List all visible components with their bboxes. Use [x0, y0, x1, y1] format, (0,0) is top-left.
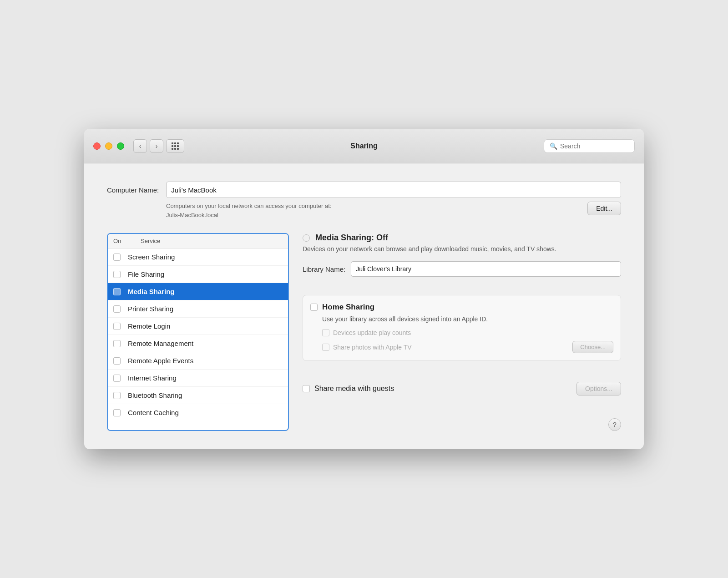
service-list-header: On Service — [108, 234, 288, 248]
list-item[interactable]: Internet Sharing — [108, 370, 288, 387]
share-guests-label: Share media with guests — [314, 385, 394, 393]
options-button[interactable]: Options... — [576, 382, 621, 395]
main-split: On Service Screen Sharing File Sharing M… — [107, 233, 621, 431]
window-title: Sharing — [350, 142, 378, 150]
share-guests-section: Share media with guests Options... — [303, 377, 621, 400]
right-panel: Media Sharing: Off Devices on your netwo… — [303, 233, 621, 431]
media-sharing-section: Media Sharing: Off Devices on your netwo… — [303, 233, 621, 286]
list-item[interactable]: Remote Management — [108, 335, 288, 352]
option-row-playcounts: Devices update play counts — [322, 329, 613, 336]
list-item[interactable]: Screen Sharing — [108, 248, 288, 266]
library-name-row: Library Name: — [303, 261, 621, 277]
media-sharing-header: Media Sharing: Off — [303, 233, 621, 243]
option-left: Share photos with Apple TV — [322, 344, 412, 351]
home-sharing-section: Home Sharing Use your library across all… — [303, 295, 621, 361]
checkbox-remote-management[interactable] — [113, 340, 121, 347]
sharing-window: ‹ › Sharing 🔍 Computer Name: Computers o… — [84, 129, 644, 449]
local-address-text: Computers on your local network can acce… — [166, 202, 580, 219]
home-sharing-desc: Use your library across all devices sign… — [322, 315, 613, 323]
service-name: Screen Sharing — [128, 253, 175, 261]
maximize-button[interactable] — [117, 142, 124, 150]
header-on: On — [113, 238, 141, 244]
list-item[interactable]: Bluetooth Sharing — [108, 387, 288, 404]
service-name: Remote Management — [128, 340, 193, 347]
checkbox-screen-sharing[interactable] — [113, 254, 121, 261]
home-sharing-title: Home Sharing — [322, 303, 374, 312]
choose-button[interactable]: Choose... — [572, 341, 613, 353]
share-guests-checkbox[interactable] — [303, 385, 310, 392]
share-guests-left: Share media with guests — [303, 385, 394, 393]
list-item[interactable]: File Sharing — [108, 266, 288, 283]
media-sharing-desc: Devices on your network can browse and p… — [303, 244, 621, 254]
computer-name-label: Computer Name: — [107, 186, 159, 194]
checkbox-media-sharing[interactable] — [113, 288, 121, 295]
titlebar: ‹ › Sharing 🔍 — [84, 129, 644, 163]
home-sharing-options: Devices update play counts Share photos … — [322, 329, 613, 353]
back-button[interactable]: ‹ — [133, 139, 147, 153]
library-name-input[interactable] — [351, 261, 621, 277]
list-item-printer-sharing[interactable]: Printer Sharing — [108, 300, 288, 318]
service-list: On Service Screen Sharing File Sharing M… — [107, 233, 289, 431]
forward-button[interactable]: › — [150, 139, 163, 153]
option-left: Devices update play counts — [322, 329, 411, 336]
option-row-photos: Share photos with Apple TV Choose... — [322, 341, 613, 353]
list-item[interactable]: Remote Login — [108, 318, 288, 335]
service-name: File Sharing — [128, 270, 164, 278]
computer-name-input[interactable] — [166, 182, 621, 198]
checkbox-printer-sharing[interactable] — [113, 305, 121, 313]
media-sharing-title: Media Sharing: Off — [315, 233, 388, 243]
playcounts-label: Devices update play counts — [333, 329, 411, 336]
photos-label: Share photos with Apple TV — [333, 344, 412, 351]
help-button[interactable]: ? — [608, 418, 621, 431]
media-sharing-radio[interactable] — [303, 234, 310, 242]
edit-button[interactable]: Edit... — [587, 202, 621, 215]
checkbox-remote-login[interactable] — [113, 323, 121, 330]
library-name-label: Library Name: — [303, 265, 345, 273]
grid-icon — [172, 142, 179, 150]
list-item-media-sharing[interactable]: Media Sharing — [108, 283, 288, 300]
header-service: Service — [141, 238, 160, 244]
service-name: Bluetooth Sharing — [128, 391, 182, 399]
checkbox-internet-sharing[interactable] — [113, 375, 121, 382]
close-button[interactable] — [93, 142, 101, 150]
checkbox-content-caching[interactable] — [113, 409, 121, 416]
search-box[interactable]: 🔍 — [544, 139, 635, 153]
service-name: Internet Sharing — [128, 374, 177, 382]
service-name-media-sharing: Media Sharing — [128, 288, 175, 295]
list-item[interactable]: Remote Apple Events — [108, 352, 288, 370]
checkbox-bluetooth-sharing[interactable] — [113, 392, 121, 399]
photos-checkbox[interactable] — [322, 344, 329, 351]
home-sharing-checkbox[interactable] — [310, 304, 318, 311]
content-area: Computer Name: Computers on your local n… — [84, 163, 644, 449]
checkbox-file-sharing[interactable] — [113, 271, 121, 278]
service-name-printer-sharing: Printer Sharing — [128, 305, 173, 313]
checkbox-remote-apple-events[interactable] — [113, 357, 121, 365]
local-address-row: Computers on your local network can acce… — [107, 202, 621, 219]
home-sharing-header: Home Sharing — [310, 303, 613, 312]
service-name: Content Caching — [128, 409, 179, 416]
search-input[interactable] — [560, 142, 629, 150]
service-name: Remote Login — [128, 322, 170, 330]
computer-name-row: Computer Name: — [107, 182, 621, 198]
minimize-button[interactable] — [105, 142, 112, 150]
search-icon: 🔍 — [550, 142, 557, 150]
playcounts-checkbox[interactable] — [322, 329, 329, 336]
traffic-lights — [93, 142, 124, 150]
service-name: Remote Apple Events — [128, 357, 193, 365]
list-item[interactable]: Content Caching — [108, 404, 288, 421]
grid-view-button[interactable] — [166, 139, 184, 153]
nav-buttons: ‹ › — [133, 139, 163, 153]
